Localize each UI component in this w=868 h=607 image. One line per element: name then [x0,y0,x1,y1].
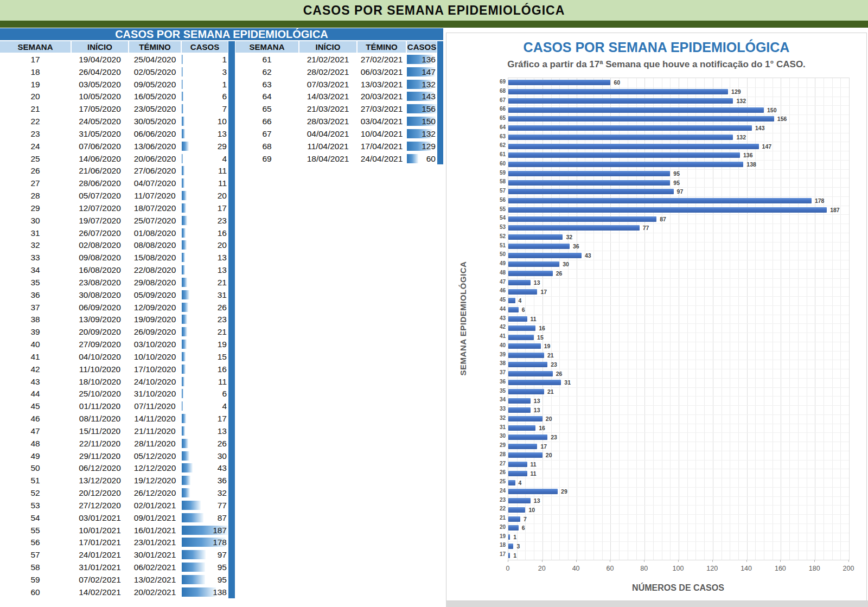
casos-value: 97 [218,548,227,561]
casos-value: 17 [218,412,227,425]
chart-bar [508,135,733,140]
cell-temino: 13/02/2021 [129,573,181,586]
gridline-horizontal [508,223,849,224]
casos-databar [182,117,184,126]
y-axis-tick-label: 69 [487,78,506,87]
chart-bar-value-label: 4 [519,480,522,485]
casos-databar [182,253,185,262]
cell-semana: 43 [0,375,71,388]
cell-inicio: 14/02/2021 [72,586,128,598]
cell-temino: 25/07/2020 [129,214,181,227]
casos-value: 36 [218,474,227,487]
chart-bar [508,335,534,340]
chart-bar [508,343,541,349]
y-axis-tick-label: 32 [487,414,506,423]
cell-temino: 14/11/2020 [129,412,181,425]
cell-temino: 17/10/2020 [129,363,181,375]
chart-bar-value-label: 143 [755,125,765,131]
cell-casos: 4 [182,400,228,412]
cell-temino: 27/06/2020 [129,164,181,177]
table-divider-stripe-left [228,41,235,598]
casos-value: 95 [218,573,227,586]
cell-inicio: 27/09/2020 [72,338,128,350]
casos-value: 178 [213,536,227,548]
casos-databar [182,414,186,423]
x-axis-tick-label: 180 [803,565,825,572]
y-axis-tick-label: 52 [487,232,506,241]
cell-temino: 20/02/2021 [129,586,181,598]
chart-bar-value-label: 150 [767,107,777,113]
cell-casos: 36 [182,474,228,487]
cell-casos: 13 [182,251,228,264]
x-axis-tickmark [644,560,644,562]
cell-casos: 11 [182,177,228,189]
cell-temino: 27/03/2021 [358,103,406,115]
chart-bar-value-label: 36 [573,244,579,249]
cell-semana: 46 [0,412,71,425]
cell-semana: 51 [0,474,71,487]
cell-semana: 35 [0,276,71,289]
chart-bar-value-label: 77 [643,225,649,231]
chart-bar-value-label: 15 [537,335,544,340]
casos-value: 4 [222,400,227,412]
cell-casos: 136 [407,53,437,66]
chart-bar [508,398,531,404]
chart-bar-value-label: 60 [614,80,620,85]
chart-bar-value-label: 17 [540,444,547,449]
cell-temino: 16/05/2020 [129,90,181,103]
gridline-horizontal [508,105,849,106]
gridline-horizontal [508,315,849,315]
casos-value: 132 [422,127,436,140]
cell-temino: 19/09/2020 [129,313,181,325]
chart-bar-value-label: 29 [561,489,567,494]
x-axis-tickmark [746,560,747,562]
cell-temino: 09/01/2021 [129,512,181,524]
casos-databar [182,315,187,324]
y-axis-tick-label: 57 [487,187,506,196]
cell-casos: 16 [182,363,228,375]
casos-value: 187 [213,524,227,536]
y-axis-tick-label: 46 [487,286,506,296]
chart-bar [508,261,559,267]
gridline-horizontal [508,87,849,88]
gridline-horizontal [508,496,849,497]
cell-inicio: 04/04/2021 [299,127,356,140]
cell-inicio: 07/02/2021 [72,573,128,586]
x-axis-tick-label: 100 [667,565,689,572]
chart-subtitle: Gráfico a partir da 17ª Semana que houve… [446,59,866,70]
cell-semana: 38 [0,313,71,325]
x-axis-tick-label: 80 [633,565,655,572]
cell-inicio: 20/12/2020 [72,487,128,499]
cell-temino: 27/02/2021 [358,53,406,66]
gridline-horizontal [508,541,849,542]
gridline-horizontal [508,405,849,406]
y-axis-tick-label: 47 [487,278,506,287]
chart-bar-value-label: 4 [519,298,522,303]
y-axis-tick-label: 63 [487,132,506,142]
gridline-horizontal [508,160,849,161]
chart-bar [508,489,558,494]
gridline-horizontal [508,342,849,342]
casos-value: 31 [218,289,227,301]
cell-semana: 42 [0,363,71,375]
chart-bar [508,452,542,458]
casos-value: 138 [213,586,227,598]
x-axis-tick-label: 160 [769,565,791,572]
chart-bar-value-label: 19 [544,343,551,349]
cell-casos: 43 [182,462,228,474]
chart-bar [508,271,553,276]
cell-casos: 11 [182,375,228,388]
cell-inicio: 10/01/2021 [72,524,128,536]
casos-databar [182,191,187,200]
cell-casos: 23 [182,313,228,325]
casos-value: 17 [218,202,227,214]
casos-value: 26 [218,301,227,314]
page-banner-title: CASOS POR SEMANA EPIDEMIOLÓGICA [303,3,565,18]
cell-casos: 4 [182,152,228,165]
chart-bar [508,289,537,295]
cell-temino: 05/09/2020 [129,289,181,301]
casos-databar [182,401,183,411]
y-axis-tick-label: 38 [487,359,506,368]
y-axis-tick-label: 67 [487,96,506,105]
cell-casos: 150 [407,115,437,127]
